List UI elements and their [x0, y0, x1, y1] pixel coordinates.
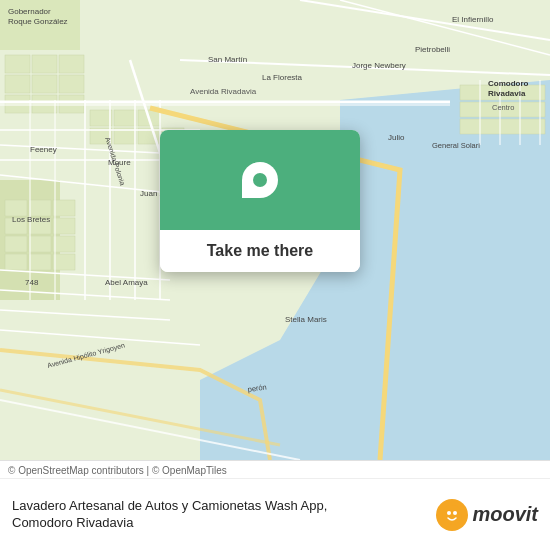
svg-text:748: 748 — [25, 278, 39, 287]
svg-text:Los Bretes: Los Bretes — [12, 215, 50, 224]
map-attribution: © OpenStreetMap contributors | © OpenMap… — [0, 461, 550, 479]
svg-point-84 — [447, 511, 451, 515]
svg-text:La Floresta: La Floresta — [262, 73, 303, 82]
svg-rect-11 — [59, 95, 84, 113]
svg-rect-8 — [59, 75, 84, 93]
svg-text:Centro: Centro — [492, 103, 515, 112]
svg-rect-5 — [59, 55, 84, 73]
svg-rect-21 — [53, 200, 75, 216]
svg-rect-29 — [29, 254, 51, 270]
take-me-there-button[interactable]: Take me there — [160, 230, 360, 272]
svg-rect-7 — [32, 75, 57, 93]
popup-header — [160, 130, 360, 230]
svg-rect-6 — [5, 75, 30, 93]
svg-text:Julio: Julio — [388, 133, 405, 142]
svg-text:Stella Maris: Stella Maris — [285, 315, 327, 324]
svg-rect-10 — [32, 95, 57, 113]
svg-rect-25 — [5, 236, 27, 252]
place-name: Lavadero Artesanal de Autos y Camionetas… — [12, 498, 352, 532]
svg-rect-20 — [29, 200, 51, 216]
svg-text:Feeney: Feeney — [30, 145, 57, 154]
svg-text:El Infiernillo: El Infiernillo — [452, 15, 494, 24]
svg-rect-9 — [5, 95, 30, 113]
svg-rect-26 — [29, 236, 51, 252]
moovit-logo: moovit — [436, 499, 538, 531]
svg-point-85 — [453, 511, 457, 515]
svg-rect-27 — [53, 236, 75, 252]
svg-point-83 — [442, 505, 462, 525]
place-info: Lavadero Artesanal de Autos y Camionetas… — [0, 479, 550, 550]
svg-text:Roque González: Roque González — [8, 17, 68, 26]
svg-text:General Solari: General Solari — [432, 141, 480, 150]
svg-text:Jorge Newbery: Jorge Newbery — [352, 61, 406, 70]
location-pin — [235, 155, 286, 206]
bottom-bar: © OpenStreetMap contributors | © OpenMap… — [0, 460, 550, 550]
svg-rect-28 — [5, 254, 27, 270]
svg-text:Pietrobelli: Pietrobelli — [415, 45, 450, 54]
popup-card: Take me there — [160, 130, 360, 272]
svg-rect-55 — [460, 119, 545, 134]
svg-text:Rivadavia: Rivadavia — [488, 89, 526, 98]
svg-text:Avenida Rivadavia: Avenida Rivadavia — [190, 87, 257, 96]
moovit-icon — [436, 499, 468, 531]
svg-rect-13 — [114, 110, 136, 126]
svg-rect-12 — [90, 110, 112, 126]
svg-rect-30 — [53, 254, 75, 270]
svg-text:Comodoro: Comodoro — [488, 79, 529, 88]
svg-rect-4 — [32, 55, 57, 73]
moovit-text: moovit — [472, 503, 538, 526]
map-container: Gobernador Roque González El Infiernillo… — [0, 0, 550, 460]
svg-text:Gobernador: Gobernador — [8, 7, 51, 16]
svg-text:San Martín: San Martín — [208, 55, 247, 64]
svg-text:Abel Amaya: Abel Amaya — [105, 278, 148, 287]
svg-rect-19 — [5, 200, 27, 216]
svg-rect-3 — [5, 55, 30, 73]
svg-rect-24 — [53, 218, 75, 234]
